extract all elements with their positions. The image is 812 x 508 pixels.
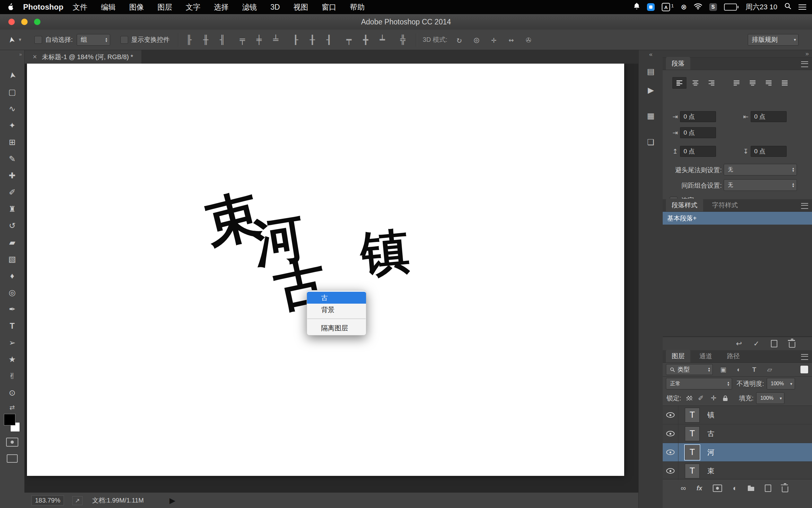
add-layer-mask-icon[interactable]	[713, 484, 722, 492]
layer-name[interactable]: 镇	[707, 410, 714, 420]
custom-shape-tool[interactable]: ★	[5, 353, 19, 365]
mojikumi-dropdown[interactable]: 无 ▲▼	[724, 179, 797, 191]
menu-help[interactable]: 帮助	[343, 0, 372, 14]
input-source-icon[interactable]: A1	[662, 3, 674, 11]
clone-stamp-tool[interactable]: ♜	[5, 203, 19, 215]
collapsed-panel-properties-icon[interactable]: ▤	[638, 67, 663, 76]
align-left-edges-button[interactable]: ╟	[184, 35, 194, 45]
align-horizontal-centers-button[interactable]: ╫	[201, 35, 210, 45]
marquee-tool[interactable]: ▢	[5, 86, 19, 98]
eyedropper-tool[interactable]: ✎	[5, 153, 19, 165]
menubar-app-name[interactable]: Photoshop	[23, 3, 63, 11]
layer-row-shu[interactable]: T 束	[663, 462, 812, 480]
blur-tool[interactable]: ♦	[5, 270, 19, 282]
new-layer-icon[interactable]	[765, 484, 771, 492]
distribute-vertical-button[interactable]: ╋	[361, 35, 371, 45]
context-menu-item-selected[interactable]: 古	[307, 292, 366, 304]
swap-colors-icon[interactable]: ⇄	[0, 404, 25, 411]
move-tool-preset[interactable]: ➤ ▼	[8, 35, 22, 44]
type-layer-thumbnail[interactable]: T	[685, 464, 700, 478]
do-not-disturb-icon[interactable]: ⊗	[681, 3, 687, 11]
healing-brush-tool[interactable]: ✚	[5, 170, 19, 181]
tab-character-styles[interactable]: 字符样式	[706, 199, 744, 211]
document-canvas[interactable]: 束 河 古 镇	[27, 64, 624, 476]
paragraph-panel-menu-icon[interactable]	[801, 61, 808, 67]
notification-center-icon[interactable]	[799, 4, 806, 10]
align-center-button[interactable]	[688, 77, 703, 89]
tab-channels[interactable]: 通道	[694, 350, 718, 363]
redefine-style-icon[interactable]: ✓	[754, 340, 759, 348]
distribute-spacing-button[interactable]: ╬	[398, 35, 408, 45]
filter-shape-layers-icon[interactable]: ▱	[765, 366, 774, 373]
justify-all-button[interactable]	[778, 77, 792, 89]
align-vertical-centers-button[interactable]: ╪	[254, 35, 264, 45]
3d-roll-button[interactable]: ◎	[472, 35, 481, 45]
distribute-left-button[interactable]: ┠	[291, 35, 300, 45]
gradient-tool[interactable]: ▧	[5, 253, 19, 265]
eraser-tool[interactable]: ▰	[5, 237, 19, 248]
layer-style-fx-icon[interactable]: fx	[697, 484, 702, 492]
style-item-basic-paragraph[interactable]: 基本段落+	[663, 212, 812, 224]
menu-filter[interactable]: 滤镜	[235, 0, 264, 14]
context-menu-item-isolate[interactable]: 隔离图层	[307, 322, 366, 334]
align-right-edges-button[interactable]: ╢	[218, 35, 227, 45]
3d-rotate-button[interactable]: ↻	[454, 35, 464, 45]
menubar-clock[interactable]: 周六23 10	[746, 2, 777, 12]
kinsoku-dropdown[interactable]: 无 ▲▼	[724, 164, 797, 175]
left-indent-field[interactable]: 0 点	[680, 111, 716, 122]
justify-last-center-button[interactable]	[746, 77, 760, 89]
align-bottom-edges-button[interactable]: ╧	[271, 35, 281, 45]
lock-position-icon[interactable]: ✛	[710, 394, 718, 402]
tab-close-icon[interactable]: ×	[33, 53, 37, 61]
path-selection-tool[interactable]: ➢	[5, 337, 19, 348]
justify-last-left-button[interactable]	[729, 77, 744, 89]
layer-visibility-toggle[interactable]	[663, 462, 678, 480]
foreground-color-swatch[interactable]	[4, 414, 15, 425]
menu-type[interactable]: 文字	[179, 0, 207, 14]
s-app-status-icon[interactable]: S	[709, 3, 717, 11]
menu-select[interactable]: 选择	[207, 0, 235, 14]
apple-menu-icon[interactable]	[8, 3, 14, 11]
distribute-top-button[interactable]: ┯	[344, 35, 354, 45]
justify-last-right-button[interactable]	[762, 77, 776, 89]
filter-type-layers-icon[interactable]: T	[749, 366, 759, 373]
layer-visibility-toggle[interactable]	[663, 424, 678, 443]
new-group-icon[interactable]	[748, 487, 754, 491]
spotlight-search-icon[interactable]	[784, 3, 792, 11]
layer-row-gu[interactable]: T 古	[663, 424, 812, 443]
magic-wand-tool[interactable]: ✦	[5, 120, 19, 131]
tab-paragraph[interactable]: 段落	[666, 57, 690, 70]
lock-all-icon[interactable]	[723, 398, 727, 401]
lasso-tool[interactable]: ∿	[5, 103, 19, 114]
dodge-tool[interactable]: ◎	[5, 287, 19, 298]
blend-mode-dropdown[interactable]: 正常 ▲▼	[666, 378, 732, 389]
notification-bell-icon[interactable]	[633, 3, 640, 11]
delete-style-icon[interactable]	[789, 342, 795, 348]
lock-paint-icon[interactable]: ✐	[697, 394, 705, 402]
opacity-dropdown[interactable]: 100% ▾	[767, 378, 795, 389]
menu-image[interactable]: 图像	[122, 0, 151, 14]
space-after-field[interactable]: 0 点	[751, 146, 786, 157]
menu-layer[interactable]: 图层	[151, 0, 179, 14]
document-tab[interactable]: × 未标题-1 @ 184% (河, RGB/8) *	[25, 50, 142, 64]
distribute-bottom-button[interactable]: ┷	[378, 35, 387, 45]
battery-icon[interactable]	[724, 4, 738, 11]
collapsed-panel-info-icon[interactable]: ▦	[638, 111, 663, 121]
3d-camera-button[interactable]: ✇	[524, 35, 533, 45]
distribute-right-button[interactable]: ┨	[324, 35, 334, 45]
layer-row-zhen[interactable]: T 镇	[663, 406, 812, 424]
menu-window[interactable]: 窗口	[315, 0, 343, 14]
zoom-level-field[interactable]: 183.79%	[32, 496, 64, 505]
layer-visibility-toggle[interactable]	[663, 406, 678, 424]
align-top-edges-button[interactable]: ╤	[238, 35, 247, 45]
new-style-icon[interactable]	[771, 340, 777, 347]
status-options-arrow-icon[interactable]: ▶	[170, 496, 175, 505]
pen-tool[interactable]: ✒	[9, 305, 16, 314]
tab-layers[interactable]: 图层	[666, 350, 690, 363]
type-layer-thumbnail[interactable]: T	[685, 445, 700, 460]
history-brush-tool[interactable]: ↺	[5, 220, 19, 231]
right-indent-field[interactable]: 0 点	[751, 111, 786, 122]
window-minimize-button[interactable]	[21, 18, 28, 25]
typeset-rules-dropdown[interactable]: 排版规则 ▾	[748, 34, 799, 46]
hand-tool[interactable]: ✌	[5, 370, 19, 382]
